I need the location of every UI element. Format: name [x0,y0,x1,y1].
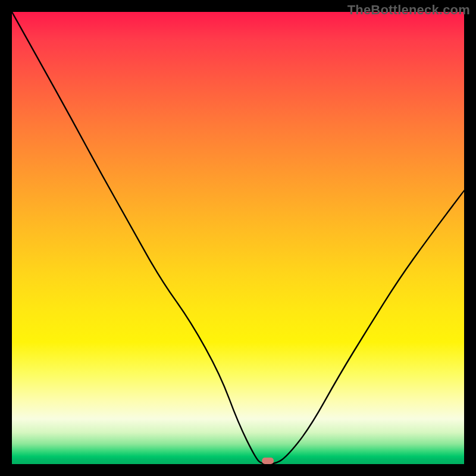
bottleneck-curve-path [12,12,464,464]
chart-frame: TheBottleneck.com [0,0,476,476]
minimum-marker [262,458,274,464]
curve-layer [12,12,464,464]
plot-area [12,12,464,464]
watermark-text: TheBottleneck.com [347,2,470,18]
